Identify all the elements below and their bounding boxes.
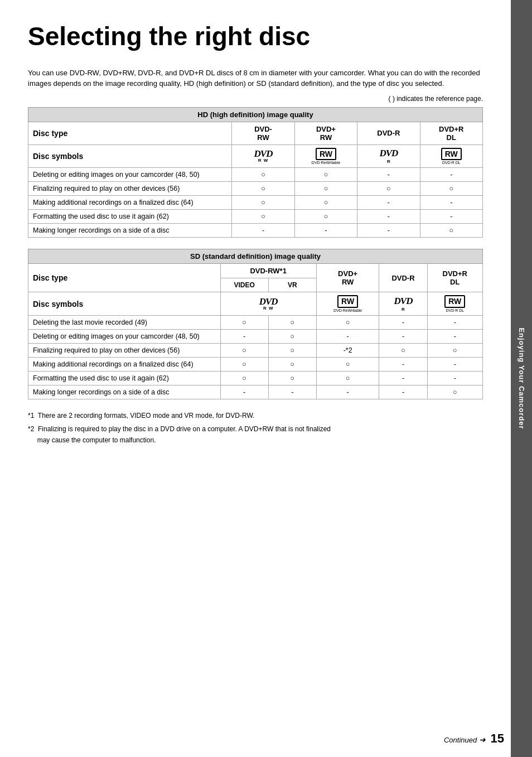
- footnotes: *1 There are 2 recording formats, VIDEO …: [28, 411, 483, 446]
- sd-row-6: Making longer recordings on a side of a …: [28, 385, 483, 399]
- hd-row-4-val3: -: [357, 210, 420, 224]
- hd-row-1-val1: ○: [232, 168, 294, 182]
- sd-row-2-val3: -: [316, 330, 379, 344]
- sd-row-1-val2: ○: [268, 316, 316, 330]
- sd-row-2-feature: Deleting or editing images on your camco…: [28, 330, 221, 344]
- sd-row-3-val1: ○: [220, 344, 268, 358]
- hd-row-2-val4: ○: [420, 182, 482, 196]
- sd-col-vr: VR: [268, 278, 316, 292]
- hd-row-5-val2: -: [294, 224, 357, 238]
- intro-paragraph: You can use DVD-RW, DVD+RW, DVD-R, and D…: [28, 67, 483, 89]
- sd-row-3-val2: ○: [268, 344, 316, 358]
- hd-row-3: Making additional recordings on a finali…: [28, 196, 483, 210]
- hd-col-dvdprdl: DVD+RDL: [420, 122, 482, 144]
- sd-row-5-val4: -: [379, 372, 427, 385]
- hd-symbol-dvdprw: RW DVD·ReWritable: [294, 144, 357, 168]
- footnote-2: *2 Finalizing is required to play the di…: [28, 424, 483, 445]
- main-content: Selecting the right disc You can use DVD…: [0, 0, 511, 757]
- hd-col-dvdprw: DVD+RW: [294, 122, 357, 144]
- sd-row-4-val4: -: [379, 358, 427, 372]
- hd-row-4-val4: -: [420, 210, 482, 224]
- sd-section-header: SD (standard definition) image quality: [28, 249, 483, 264]
- continued-text: Continued: [444, 736, 477, 744]
- hd-col-dvdr: DVD-R: [357, 122, 420, 144]
- page-title: Selecting the right disc: [28, 22, 483, 51]
- hd-row-2-val3: ○: [357, 182, 420, 196]
- sd-col-dvdr: DVD-R: [379, 264, 427, 292]
- sd-row-5-val1: ○: [220, 372, 268, 385]
- hd-row-1-val2: ○: [294, 168, 357, 182]
- sd-row-2-val5: -: [427, 330, 482, 344]
- hd-row-3-val2: ○: [294, 196, 357, 210]
- hd-row-4-val2: ○: [294, 210, 357, 224]
- footnote-1: *1 There are 2 recording formats, VIDEO …: [28, 411, 483, 421]
- sd-row-5-val3: ○: [316, 372, 379, 385]
- sd-symbol-dvdprdl: RW DVD·R DL: [427, 292, 482, 316]
- sidebar: Enjoying Your Camcorder: [511, 0, 532, 757]
- sd-row-6-val1: -: [220, 385, 268, 399]
- sd-row-1-val1: ○: [220, 316, 268, 330]
- hd-row-2: Finalizing required to play on other dev…: [28, 182, 483, 196]
- hd-symbol-dvdr: DVD R: [357, 144, 420, 168]
- page-container: Selecting the right disc You can use DVD…: [0, 0, 532, 757]
- arrow-right-icon: ➜: [479, 735, 486, 744]
- hd-row-3-feature: Making additional recordings on a finali…: [28, 196, 232, 210]
- sd-row-4: Making additional recordings on a finali…: [28, 358, 483, 372]
- sd-row-3-feature: Finalizing required to play on other dev…: [28, 344, 221, 358]
- hd-row-4-val1: ○: [232, 210, 294, 224]
- sd-row-6-val2: -: [268, 385, 316, 399]
- sd-row-4-val3: ○: [316, 358, 379, 372]
- sd-row-5: Formatting the used disc to use it again…: [28, 372, 483, 385]
- sd-row-1-val4: -: [379, 316, 427, 330]
- hd-row-2-feature: Finalizing required to play on other dev…: [28, 182, 232, 196]
- sd-row-1-feature: Deleting the last movie recorded (49): [28, 316, 221, 330]
- sd-row-6-val5: ○: [427, 385, 482, 399]
- sd-col-dvdrw: DVD-RW*1: [220, 264, 316, 278]
- sd-col-dvdprw: DVD+RW: [316, 264, 379, 292]
- sd-col-video: VIDEO: [220, 278, 268, 292]
- hd-row-5-val1: -: [232, 224, 294, 238]
- sd-row-4-val5: -: [427, 358, 482, 372]
- hd-row-3-val4: -: [420, 196, 482, 210]
- sd-row-2-val4: -: [379, 330, 427, 344]
- sd-row-4-val1: ○: [220, 358, 268, 372]
- sd-row-6-val4: -: [379, 385, 427, 399]
- sd-row-1-val5: -: [427, 316, 482, 330]
- hd-row-5-feature: Making longer recordings on a side of a …: [28, 224, 232, 238]
- sidebar-label: Enjoying Your Camcorder: [518, 327, 526, 429]
- sd-row-1-val3: ○: [316, 316, 379, 330]
- hd-row-2-val2: ○: [294, 182, 357, 196]
- sd-row-5-val5: -: [427, 372, 482, 385]
- sd-row-4-feature: Making additional recordings on a finali…: [28, 358, 221, 372]
- hd-symbol-dvdrw: DVD R W: [232, 144, 294, 168]
- hd-row-5: Making longer recordings on a side of a …: [28, 224, 483, 238]
- hd-row-5-val4: ○: [420, 224, 482, 238]
- hd-row-3-val3: -: [357, 196, 420, 210]
- hd-disc-type-label: Disc type: [28, 122, 232, 144]
- sd-row-6-feature: Making longer recordings on a side of a …: [28, 385, 221, 399]
- sd-row-4-val2: ○: [268, 358, 316, 372]
- sd-row-2-val1: -: [220, 330, 268, 344]
- sd-row-6-val3: -: [316, 385, 379, 399]
- continued-footer: Continued ➜ 15: [444, 731, 504, 746]
- page-number: 15: [491, 731, 504, 745]
- hd-disc-symbols-label: Disc symbols: [28, 144, 232, 168]
- hd-table: HD (high definition) image quality Disc …: [28, 107, 483, 238]
- sd-disc-symbols-label: Disc symbols: [28, 292, 221, 316]
- hd-row-1: Deleting or editing images on your camco…: [28, 168, 483, 182]
- sd-col-dvdprdl: DVD+RDL: [427, 264, 482, 292]
- sd-row-2-val2: ○: [268, 330, 316, 344]
- hd-section-header: HD (high definition) image quality: [28, 107, 483, 122]
- hd-row-1-feature: Deleting or editing images on your camco…: [28, 168, 232, 182]
- hd-row-4: Formatting the used disc to use it again…: [28, 210, 483, 224]
- sd-row-3-val4: ○: [379, 344, 427, 358]
- sd-symbol-dvdrw: DVD R W: [220, 292, 316, 316]
- sd-row-3: Finalizing required to play on other dev…: [28, 344, 483, 358]
- sd-row-5-feature: Formatting the used disc to use it again…: [28, 372, 221, 385]
- hd-col-dvdrw: DVD-RW: [232, 122, 294, 144]
- sd-symbol-dvdprw: RW DVD·ReWritable: [316, 292, 379, 316]
- hd-row-2-val1: ○: [232, 182, 294, 196]
- hd-row-5-val3: -: [357, 224, 420, 238]
- reference-note: ( ) indicates the reference page.: [28, 95, 483, 103]
- hd-row-1-val3: -: [357, 168, 420, 182]
